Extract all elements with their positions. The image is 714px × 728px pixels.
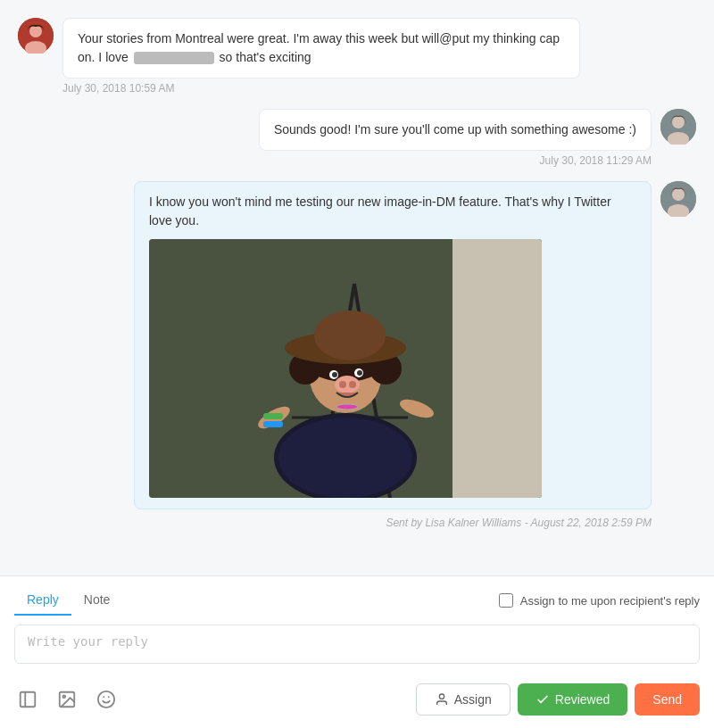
assign-checkbox[interactable] xyxy=(499,593,513,608)
svg-point-32 xyxy=(357,370,362,376)
user-icon xyxy=(435,692,449,707)
attach-icon xyxy=(18,690,37,709)
avatar xyxy=(660,181,696,217)
redacted-text xyxy=(134,52,214,64)
attach-button[interactable] xyxy=(14,686,41,713)
svg-rect-33 xyxy=(263,413,283,419)
tab-note[interactable]: Note xyxy=(71,585,123,616)
sent-by-label: Sent by Lisa Kalner Williams - August 22… xyxy=(134,517,652,529)
svg-point-39 xyxy=(62,695,65,698)
image-button[interactable] xyxy=(54,686,80,713)
svg-point-7 xyxy=(672,188,685,201)
message-row: I know you won't mind me testing our new… xyxy=(18,181,696,529)
check-icon xyxy=(536,692,550,707)
reviewed-button[interactable]: Reviewed xyxy=(518,683,627,716)
message-content: I know you won't mind me testing our new… xyxy=(134,181,652,529)
avatar xyxy=(18,18,54,54)
svg-point-43 xyxy=(439,694,444,699)
svg-rect-10 xyxy=(452,239,542,498)
action-buttons: Assign Reviewed Send xyxy=(416,683,700,716)
reply-input[interactable] xyxy=(14,625,700,664)
dm-image xyxy=(149,239,542,498)
emoji-button[interactable] xyxy=(93,686,120,713)
assign-checkbox-label: Assign to me upon recipient's reply xyxy=(520,594,700,608)
icon-buttons xyxy=(14,686,120,713)
svg-rect-36 xyxy=(21,692,36,707)
message-row: Sounds good! I'm sure you'll come up wit… xyxy=(18,109,696,167)
avatar xyxy=(660,109,696,145)
bottom-panel: Reply Note Assign to me upon recipient's… xyxy=(0,575,714,728)
message-timestamp: July 30, 2018 10:59 AM xyxy=(62,82,580,95)
chat-area: Your stories from Montreal were great. I… xyxy=(0,0,714,575)
tabs: Reply Note xyxy=(14,585,122,616)
assign-checkbox-row: Assign to me upon recipient's reply xyxy=(499,593,700,608)
svg-point-31 xyxy=(332,372,337,377)
assign-button[interactable]: Assign xyxy=(416,683,511,716)
message-bubble: I know you won't mind me testing our new… xyxy=(134,181,652,509)
message-bubble: Your stories from Montreal were great. I… xyxy=(62,18,580,79)
image-icon xyxy=(57,690,77,709)
actions-row: Assign Reviewed Send xyxy=(0,676,714,728)
tab-reply[interactable]: Reply xyxy=(14,585,71,616)
emoji-icon xyxy=(96,690,116,709)
svg-point-35 xyxy=(336,404,358,410)
message-timestamp: July 30, 2018 11:29 AM xyxy=(259,154,652,167)
svg-point-40 xyxy=(98,691,114,707)
svg-point-1 xyxy=(29,25,42,37)
svg-point-15 xyxy=(278,418,412,498)
message-bubble: Sounds good! I'm sure you'll come up wit… xyxy=(259,109,652,151)
message-content: Your stories from Montreal were great. I… xyxy=(62,18,580,95)
send-button[interactable]: Send xyxy=(635,683,700,716)
tabs-row: Reply Note Assign to me upon recipient's… xyxy=(0,576,714,616)
reply-input-row xyxy=(0,616,714,676)
svg-point-25 xyxy=(314,310,386,360)
svg-point-28 xyxy=(349,381,356,388)
svg-point-4 xyxy=(672,116,685,128)
svg-rect-34 xyxy=(263,421,283,427)
svg-point-27 xyxy=(339,381,346,388)
message-content: Sounds good! I'm sure you'll come up wit… xyxy=(259,109,652,167)
message-row: Your stories from Montreal were great. I… xyxy=(18,18,696,95)
